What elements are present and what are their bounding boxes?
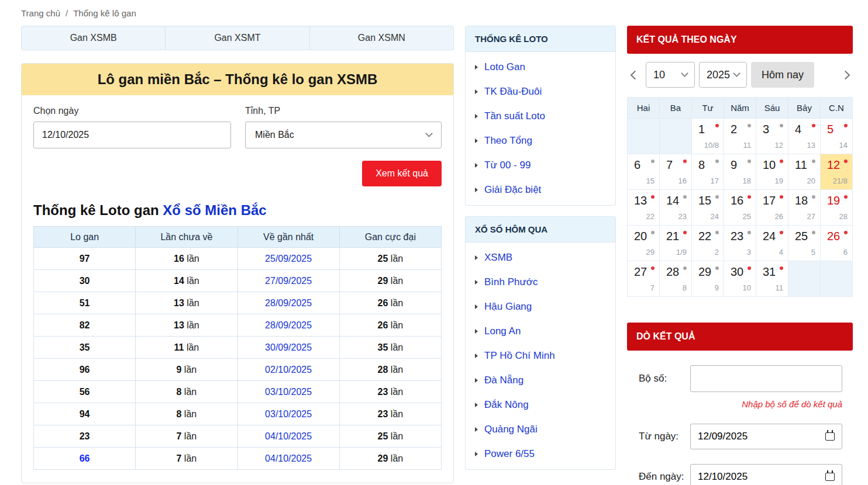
sidebar-loto-item[interactable]: Loto Gan: [466, 55, 615, 79]
sidebar-loto-link[interactable]: Giải Đặc biệt: [484, 184, 541, 196]
calendar-day-cell[interactable]: 312: [756, 119, 788, 154]
calendar-day-cell[interactable]: 514: [821, 119, 853, 154]
last-date-link[interactable]: 30/09/2025: [265, 342, 312, 352]
calendar-day-cell[interactable]: 255: [788, 226, 821, 261]
calendar-lunar-date: 29: [646, 248, 655, 257]
sidebar-loto-link[interactable]: Tần suất Loto: [484, 110, 545, 122]
last-date-link[interactable]: 04/10/2025: [265, 453, 312, 463]
sidebar-yesterday-link[interactable]: TP Hồ Chí Minh: [484, 350, 555, 362]
today-button[interactable]: Hôm nay: [751, 62, 814, 88]
calendar-day-cell[interactable]: 277: [628, 261, 660, 297]
sidebar-yesterday-link[interactable]: Long An: [484, 325, 521, 337]
sidebar-yesterday-link[interactable]: Bình Phước: [484, 276, 538, 288]
calendar-day-cell[interactable]: 1928: [821, 190, 853, 226]
calendar-day-cell[interactable]: 288: [660, 261, 692, 297]
sidebar-yesterday-item[interactable]: Power 6/55: [466, 442, 615, 466]
last-date-link[interactable]: 25/09/2025: [265, 254, 312, 264]
sidebar-yesterday-link[interactable]: XSMB: [484, 252, 512, 264]
last-date-link[interactable]: 04/10/2025: [265, 431, 312, 441]
month-select[interactable]: 10: [646, 62, 695, 88]
sidebar-loto-item[interactable]: Giải Đặc biệt: [466, 178, 615, 202]
sidebar-yesterday-link[interactable]: Power 6/55: [484, 448, 535, 460]
max-gan-value: 29: [378, 276, 388, 286]
sidebar-loto-link[interactable]: Theo Tổng: [484, 135, 532, 147]
breadcrumb-home-link[interactable]: Trang chủ: [21, 8, 60, 18]
calendar-day-cell[interactable]: 1019: [756, 154, 788, 190]
calendar-day-cell[interactable]: 266: [821, 226, 853, 261]
last-date-link[interactable]: 28/09/2025: [265, 320, 312, 330]
calendar-day-cell[interactable]: 918: [724, 154, 756, 190]
calendar-day-cell[interactable]: 1827: [788, 190, 821, 226]
calendar-day-cell[interactable]: 299: [692, 261, 724, 297]
calendar-day-cell[interactable]: 244: [756, 226, 788, 261]
next-month-button[interactable]: [838, 62, 853, 88]
calendar-day-cell[interactable]: 211/9: [660, 226, 692, 261]
from-date-input[interactable]: [690, 424, 842, 449]
date-field-group: Chọn ngày: [33, 106, 231, 148]
lo-gan-number[interactable]: 66: [80, 453, 90, 463]
ve-gan-nhat-cell: 27/09/2025: [237, 270, 339, 292]
date-input[interactable]: [33, 122, 231, 148]
sidebar-yesterday-item[interactable]: Bình Phước: [466, 270, 615, 295]
last-date-link[interactable]: 02/10/2025: [265, 365, 312, 375]
sidebar-yesterday-item[interactable]: Long An: [466, 319, 615, 344]
prev-month-button[interactable]: [627, 62, 642, 88]
sidebar-loto-item[interactable]: Từ 00 - 99: [466, 153, 615, 178]
calendar-day-cell[interactable]: 3010: [724, 261, 756, 297]
province-select[interactable]: Miền Bắc: [245, 122, 442, 148]
view-results-button[interactable]: Xem kết quả: [362, 161, 442, 186]
to-date-input[interactable]: [690, 464, 842, 485]
calendar-day-cell[interactable]: 817: [692, 154, 724, 190]
tab-gan-xsmn[interactable]: Gan XSMN: [309, 26, 453, 50]
sidebar-loto-link[interactable]: TK Đầu-Đuôi: [484, 86, 542, 98]
calendar-day-cell[interactable]: 211: [724, 119, 756, 154]
sidebar-yesterday-link[interactable]: Quảng Ngãi: [484, 424, 538, 435]
calendar-day-cell[interactable]: 1423: [660, 190, 692, 226]
calendar-day-cell[interactable]: 1524: [692, 190, 724, 226]
sidebar-yesterday-item[interactable]: Đắk Nông: [466, 393, 615, 417]
province-field-label: Tỉnh, TP: [245, 106, 442, 116]
calendar-day-cell[interactable]: 1221/8: [821, 154, 853, 190]
calendar-day-cell[interactable]: 1726: [756, 190, 788, 226]
sidebar-yesterday-item[interactable]: Hậu Giang: [466, 295, 615, 319]
sidebar-yesterday-item[interactable]: Đà Nẵng: [466, 368, 615, 393]
sidebar-yesterday-link[interactable]: Đắk Nông: [484, 399, 529, 411]
calendar-day-number: 12: [827, 158, 840, 172]
tab-gan-xsmb[interactable]: Gan XSMB: [22, 26, 165, 50]
calendar-day-cell[interactable]: 110/8: [692, 119, 724, 154]
calendar-day-number: 19: [827, 194, 840, 207]
sidebar-yesterday-item[interactable]: Quảng Ngãi: [466, 417, 615, 442]
last-date-link[interactable]: 03/10/2025: [265, 409, 312, 419]
calendar-day-cell[interactable]: 1322: [628, 190, 660, 226]
sidebar-yesterday-link[interactable]: Hậu Giang: [484, 301, 532, 313]
last-date-link[interactable]: 03/10/2025: [265, 387, 312, 397]
calendar-icon[interactable]: [825, 473, 835, 481]
tab-gan-xsmt[interactable]: Gan XSMT: [165, 26, 309, 50]
result-dot-icon: [812, 160, 815, 163]
sidebar-loto-link[interactable]: Loto Gan: [484, 61, 525, 73]
calendar-day-cell[interactable]: 233: [724, 226, 756, 261]
last-date-link[interactable]: 28/09/2025: [265, 298, 312, 308]
sidebar-yesterday-link[interactable]: Đà Nẵng: [484, 375, 523, 386]
calendar-day-cell[interactable]: 2029: [628, 226, 660, 261]
number-check-input[interactable]: [690, 365, 842, 392]
year-select[interactable]: 2025: [699, 62, 747, 88]
calendar-day-number: 24: [763, 230, 776, 243]
max-gan-value: 28: [378, 365, 388, 375]
calendar-day-cell[interactable]: 1120: [788, 154, 821, 190]
sidebar-loto-item[interactable]: TK Đầu-Đuôi: [466, 79, 615, 104]
sidebar-loto-item[interactable]: Tần suất Loto: [466, 104, 615, 129]
sidebar-loto-link[interactable]: Từ 00 - 99: [484, 160, 531, 171]
last-date-link[interactable]: 27/09/2025: [265, 276, 312, 286]
calendar-day-cell[interactable]: 413: [788, 119, 821, 154]
sidebar-loto-item[interactable]: Theo Tổng: [466, 129, 615, 153]
calendar-day-cell[interactable]: 716: [660, 154, 692, 190]
result-dot-icon: [844, 124, 848, 127]
calendar-day-cell[interactable]: 615: [628, 154, 660, 190]
calendar-day-cell[interactable]: 3111: [756, 261, 788, 297]
calendar-icon[interactable]: [825, 432, 835, 441]
calendar-day-cell[interactable]: 222: [692, 226, 724, 261]
calendar-day-cell[interactable]: 1625: [724, 190, 756, 226]
sidebar-yesterday-item[interactable]: XSMB: [466, 245, 615, 270]
sidebar-yesterday-item[interactable]: TP Hồ Chí Minh: [466, 344, 615, 368]
